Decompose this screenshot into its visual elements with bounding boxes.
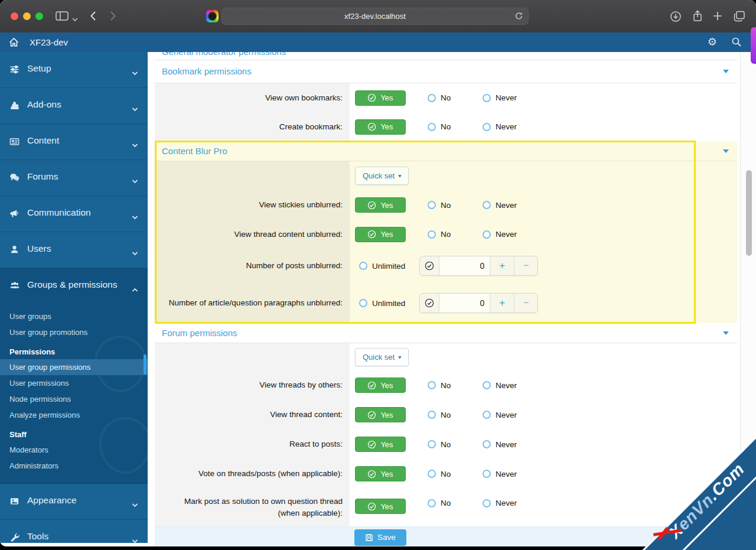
tab-overview-icon[interactable]: [734, 11, 745, 24]
radio-icon: [428, 381, 436, 389]
sidebar-item-appearance[interactable]: Appearance: [0, 484, 148, 520]
section-header[interactable]: Content Blur Pro: [155, 141, 737, 161]
quick-set-button[interactable]: Quick set▾: [355, 348, 409, 366]
yes-button[interactable]: Yes: [355, 227, 406, 242]
yes-button[interactable]: Yes: [355, 499, 406, 514]
downloads-icon[interactable]: [670, 11, 682, 25]
yes-button[interactable]: Yes: [355, 377, 406, 393]
no-option[interactable]: No: [428, 470, 460, 479]
extension-icon[interactable]: [206, 10, 219, 22]
forward-button[interactable]: [110, 11, 116, 24]
sidebar-item-forums[interactable]: Forums: [0, 160, 148, 196]
never-option[interactable]: Never: [483, 440, 517, 449]
never-option[interactable]: Never: [483, 93, 517, 102]
never-option[interactable]: Never: [483, 411, 517, 419]
yes-button[interactable]: Yes: [355, 466, 406, 481]
section-header[interactable]: Forum permissions: [155, 323, 737, 343]
no-option[interactable]: No: [428, 440, 460, 449]
sidebar-item-users[interactable]: Users: [0, 232, 148, 268]
sidebar-link-node-permissions[interactable]: Node permissions: [0, 391, 148, 407]
never-option[interactable]: Never: [483, 499, 517, 507]
collapse-chevron-icon[interactable]: [723, 70, 729, 73]
radio-icon: [428, 94, 436, 102]
sidebar-scrollbar-thumb[interactable]: [144, 354, 146, 375]
sidebar-link-user-group-permissions[interactable]: User group permissions: [0, 359, 148, 375]
close-window-button[interactable]: [11, 12, 18, 20]
sidebar-link-user-group-promotions[interactable]: User group promotions: [0, 324, 148, 340]
radio-icon: [483, 201, 491, 209]
sidebar-item-setup[interactable]: Setup: [0, 52, 148, 88]
unlimited-option[interactable]: Unlimited: [359, 299, 405, 308]
new-tab-icon[interactable]: [712, 11, 723, 24]
no-option[interactable]: No: [428, 499, 460, 507]
sidebar-link-analyze-permissions[interactable]: Analyze permissions: [0, 407, 148, 423]
sidebar-item-addons[interactable]: Add-ons: [0, 88, 148, 124]
admin-title[interactable]: XF23-dev: [30, 37, 68, 47]
never-option[interactable]: Never: [483, 230, 517, 239]
radio-icon: [428, 230, 436, 239]
sidebar-item-groups-permissions[interactable]: Groups & permissions: [0, 268, 148, 304]
yes-button[interactable]: Yes: [355, 407, 406, 422]
sidebar-toggle-icon[interactable]: [56, 11, 69, 24]
never-option[interactable]: Never: [483, 122, 517, 131]
permission-row: Vote on threads/posts (when applicable):…: [155, 459, 737, 489]
yes-button[interactable]: Yes: [355, 119, 406, 135]
reload-icon[interactable]: [514, 11, 523, 22]
collapse-chevron-icon[interactable]: [723, 331, 729, 335]
zoom-window-button[interactable]: [35, 12, 43, 20]
never-option[interactable]: Never: [483, 381, 517, 390]
page-scrollbar-thumb[interactable]: [746, 170, 752, 256]
sidebar-item-tools[interactable]: Tools: [0, 520, 148, 543]
sidebar-chevron-icon[interactable]: [72, 14, 78, 24]
back-button[interactable]: [90, 11, 96, 24]
yes-button[interactable]: Yes: [355, 90, 406, 106]
no-option[interactable]: No: [428, 230, 460, 239]
minimize-window-button[interactable]: [23, 12, 31, 20]
address-bar[interactable]: xf23-dev.localhost: [221, 8, 529, 25]
yes-button[interactable]: Yes: [355, 197, 406, 213]
radio-checked-icon[interactable]: [420, 256, 439, 275]
search-icon[interactable]: [731, 37, 742, 50]
no-option[interactable]: No: [428, 93, 460, 102]
radio-icon: [483, 470, 491, 478]
quick-set-button[interactable]: Quick set▾: [355, 167, 409, 185]
number-input[interactable]: [439, 294, 490, 313]
never-option[interactable]: Never: [483, 470, 517, 479]
sidebar-item-communication[interactable]: Communication: [0, 196, 148, 232]
sidebar-link-user-groups[interactable]: User groups: [0, 308, 148, 324]
unlimited-option[interactable]: Unlimited: [359, 262, 405, 271]
check-circle-icon: [367, 122, 376, 131]
home-icon[interactable]: [8, 37, 19, 50]
yes-button[interactable]: Yes: [355, 437, 406, 452]
chevron-up-icon: [132, 284, 138, 294]
permission-row: Create bookmark: Yes No Never: [155, 112, 737, 141]
permission-row: Mark post as solution to own question th…: [155, 489, 737, 526]
share-icon[interactable]: [692, 9, 703, 25]
never-option[interactable]: Never: [483, 201, 517, 210]
settings-gear-icon[interactable]: ⚙: [708, 36, 717, 48]
sidebar-link-moderators[interactable]: Moderators: [0, 442, 148, 458]
no-option[interactable]: No: [428, 411, 460, 419]
collapse-chevron-icon[interactable]: [723, 149, 729, 153]
sidebar-item-content[interactable]: Content: [0, 124, 148, 160]
radio-checked-icon[interactable]: [420, 294, 439, 313]
no-option[interactable]: No: [428, 122, 460, 131]
permission-label: View own bookmarks:: [155, 83, 350, 112]
sidebar-link-administrators[interactable]: Administrators: [0, 458, 148, 474]
save-button[interactable]: Save: [354, 529, 406, 546]
screen-edge-widget: [751, 27, 756, 64]
decrement-button[interactable]: −: [514, 256, 537, 275]
number-input[interactable]: [439, 256, 490, 275]
check-circle-icon: [367, 93, 376, 102]
no-option[interactable]: No: [428, 381, 460, 390]
chevron-down-icon: [132, 499, 138, 510]
section-header[interactable]: Bookmark permissions: [155, 60, 737, 83]
radio-icon: [428, 123, 436, 131]
increment-button[interactable]: +: [490, 256, 514, 275]
decrement-button[interactable]: −: [514, 294, 537, 313]
increment-button[interactable]: +: [490, 294, 514, 313]
sidebar-link-user-permissions[interactable]: User permissions: [0, 375, 148, 391]
page-scrollbar-track[interactable]: [740, 52, 756, 543]
permission-label: Number of posts unblurred:: [155, 249, 350, 283]
no-option[interactable]: No: [428, 201, 460, 210]
